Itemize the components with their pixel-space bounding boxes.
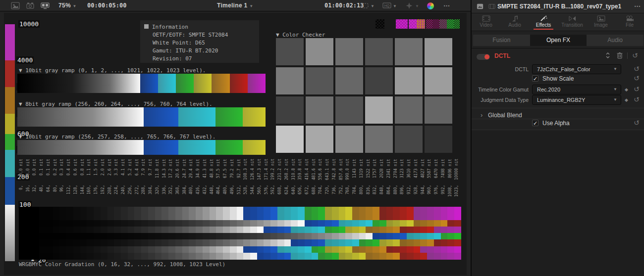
gradation-step bbox=[223, 239, 230, 246]
checker-cell bbox=[365, 96, 393, 124]
tab-effects[interactable]: Effects bbox=[529, 13, 558, 31]
gradation-step bbox=[345, 207, 352, 220]
gradation-step bbox=[447, 227, 454, 233]
gradation-step bbox=[434, 233, 441, 239]
nit-tick-label: 0.6 nit bbox=[73, 159, 80, 184]
gradation-step bbox=[427, 207, 434, 220]
ramp-label: ▼ 10bit gray ramp (0, 1, 2, ..., 1021, 1… bbox=[19, 67, 206, 74]
gamut-label: Timeline Color Gamut bbox=[473, 87, 529, 92]
tab-label: File bbox=[626, 22, 634, 28]
delete-plugin-icon[interactable] bbox=[616, 52, 623, 61]
nit-tick-label: 20.6 nit bbox=[175, 159, 182, 184]
keyframe-diamond-icon[interactable]: ◆ bbox=[625, 97, 628, 102]
gradation-step bbox=[414, 227, 421, 233]
code-tick-label: 0, bbox=[19, 185, 26, 209]
gradation-step bbox=[400, 233, 407, 239]
reset-icon[interactable]: ↺ bbox=[634, 65, 640, 72]
proxy-quality-icon[interactable]: HQ bbox=[382, 2, 391, 9]
judgment-dropdown[interactable]: Luminance_RGB2Y▼ bbox=[532, 95, 621, 105]
global-blend-section[interactable]: Global Blend bbox=[488, 112, 522, 119]
gradation-step bbox=[379, 253, 386, 260]
gradation-step bbox=[32, 239, 39, 246]
gradation-step bbox=[257, 253, 264, 260]
clip-thumbnail-icon[interactable] bbox=[477, 3, 483, 12]
ramp-segment bbox=[17, 140, 144, 155]
gradation-step bbox=[128, 239, 135, 246]
enhanced-viewer-icon[interactable] bbox=[405, 2, 414, 9]
gradation-step bbox=[87, 239, 94, 246]
fx-tab-fusion[interactable]: Fusion bbox=[473, 35, 530, 46]
fx-tab-openfx[interactable]: Open FX bbox=[530, 35, 587, 46]
gradation-step bbox=[318, 207, 325, 220]
code-tick-label: 240, bbox=[121, 185, 128, 209]
dual-screen-icon[interactable] bbox=[41, 2, 50, 9]
code-tick-label: 224, bbox=[114, 185, 121, 209]
reset-icon[interactable]: ↺ bbox=[634, 86, 640, 92]
show-scale-checkbox[interactable]: ✓ bbox=[532, 75, 538, 82]
reset-icon[interactable]: ↺ bbox=[634, 75, 640, 82]
nit-tick-label: 17.2 nit bbox=[168, 159, 175, 184]
nit-tick-label: 990.0 nit bbox=[345, 159, 352, 184]
gradation-step bbox=[441, 220, 448, 227]
chevron-down-icon[interactable]: ▼ bbox=[371, 4, 375, 8]
gradation-step bbox=[39, 239, 46, 246]
code-tick-label: 560, bbox=[257, 185, 264, 209]
gradation-step bbox=[80, 227, 87, 233]
gradation-step bbox=[196, 233, 203, 239]
fx-tab-audio[interactable]: Audio bbox=[587, 35, 644, 46]
gradation-step bbox=[216, 220, 223, 227]
record-timecode[interactable]: 01:00:02:13 bbox=[324, 2, 364, 9]
chevron-down-icon[interactable]: ▼ bbox=[393, 4, 397, 8]
expand-chevron-icon[interactable]: › bbox=[481, 111, 483, 119]
dctl-file-dropdown[interactable]: 7JzCzhz_False_Color▼ bbox=[532, 64, 621, 74]
reset-icon[interactable]: ↺ bbox=[634, 119, 640, 126]
chevron-down-icon[interactable]: ▼ bbox=[415, 4, 419, 8]
gradation-step bbox=[210, 227, 216, 233]
safe-area-icon[interactable] bbox=[360, 2, 369, 9]
gradation-step bbox=[407, 253, 414, 260]
inspector-header: SMPTE ST2084_ITU-R B...1080_rev07_type1.… bbox=[472, 0, 644, 13]
viewer-options-menu[interactable]: ⋯ bbox=[443, 2, 451, 9]
plugin-enable-toggle[interactable] bbox=[477, 54, 490, 60]
reset-plugin-icon[interactable]: ↺ bbox=[632, 52, 638, 59]
gradation-step bbox=[168, 227, 175, 233]
gradation-step bbox=[128, 253, 135, 260]
nit-tick-label: 29.4 nit bbox=[189, 159, 196, 184]
gradation-step bbox=[168, 253, 175, 260]
nit-tick-label: 4173 nit bbox=[414, 159, 421, 184]
gradation-step bbox=[101, 220, 107, 227]
ramp-label: ▼ 10bit gray ramp (256, 257, 258, ..., 7… bbox=[19, 134, 215, 140]
fx-category-tabs: Fusion Open FX Audio bbox=[473, 35, 644, 46]
gradation-step bbox=[359, 233, 366, 239]
tab-audio[interactable]: Audio bbox=[500, 13, 529, 31]
reorder-chevrons-icon[interactable] bbox=[604, 52, 611, 61]
timeline-select[interactable]: Timeline 1 ▼ bbox=[217, 2, 253, 9]
zoom-level-select[interactable]: 75% ▼ bbox=[58, 2, 77, 9]
gradation-step bbox=[189, 239, 196, 246]
inspector-options-menu[interactable]: ⋯ bbox=[634, 2, 642, 10]
gradation-step bbox=[359, 246, 366, 253]
tab-video[interactable]: Video bbox=[472, 13, 500, 31]
keyframe-diamond-icon[interactable]: ◆ bbox=[625, 87, 628, 92]
gamut-dropdown[interactable]: Rec.2020▼ bbox=[532, 85, 621, 94]
clip-film-icon[interactable] bbox=[488, 3, 495, 12]
code-tick-label: 144, bbox=[80, 185, 87, 209]
chevron-down-icon: ▼ bbox=[613, 85, 617, 94]
judgment-label: Judgment Data Type bbox=[473, 97, 529, 103]
gradation-step bbox=[59, 239, 66, 246]
gradation-step bbox=[318, 227, 325, 233]
gallery-still-icon[interactable] bbox=[11, 2, 20, 9]
use-alpha-checkbox[interactable]: ✓ bbox=[532, 120, 538, 126]
tab-transition[interactable]: Transition bbox=[558, 13, 587, 31]
nit-tick-label: 1.1 nit bbox=[87, 159, 94, 184]
tab-file[interactable]: File bbox=[615, 13, 644, 31]
reset-icon[interactable]: ↺ bbox=[634, 96, 640, 103]
checker-cell bbox=[395, 96, 423, 124]
tab-image[interactable]: Image bbox=[587, 13, 615, 31]
gradation-step bbox=[189, 253, 196, 260]
color-wheel-icon[interactable] bbox=[427, 2, 434, 9]
source-timecode[interactable]: 00:00:05:00 bbox=[87, 2, 126, 9]
gradation-step bbox=[80, 207, 87, 220]
gradation-step bbox=[175, 207, 182, 220]
camera-icon[interactable] bbox=[26, 2, 35, 9]
